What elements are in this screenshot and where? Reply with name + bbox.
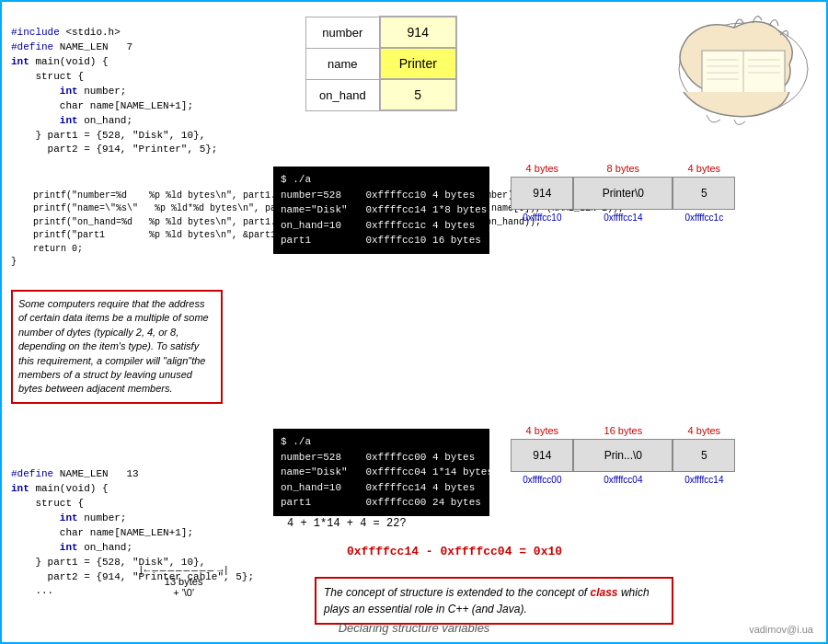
bytes-labels-1: 4 bytes 8 bytes 4 bytes xyxy=(511,163,735,174)
bytes-labels-2: 4 bytes 16 bytes 4 bytes xyxy=(511,425,735,436)
note-box: The concept of structure is extended to … xyxy=(315,577,673,625)
addr-labels-1: 0xffffcc10 0xffffcc14 0xffffcc1c xyxy=(511,213,735,223)
middle-section: $ ./a number=528 0xffffcc10 4 bytes name… xyxy=(273,163,807,254)
note-text: The concept of structure is extended to … xyxy=(324,586,650,615)
mem-cell-914b: 914 xyxy=(511,439,573,472)
sum-line: 4 + 1*14 + 4 = 22? xyxy=(287,517,407,530)
arrow-line: |←————————→| xyxy=(138,565,229,576)
addr-labels-2: 0xffffcc00 0xffffcc04 0xffffcc14 xyxy=(511,475,735,485)
page-title: Declaring structure variables xyxy=(339,621,490,635)
mem-cell-914: 914 xyxy=(511,177,573,210)
field-label-number: number xyxy=(306,17,380,48)
printf-code: printf("number=%d %p %ld bytes\n", part1… xyxy=(11,176,287,282)
field-value-name: Printer xyxy=(380,48,456,79)
book-sketch xyxy=(615,9,817,129)
struct-table-section: number 914 name Printer on_hand 5 xyxy=(287,16,453,111)
warning-text: Some computers require that the address … xyxy=(18,298,209,394)
arrow-label: 13 bytes+ '\0' xyxy=(138,576,229,598)
terminal2-section: $ ./a number=528 0xffffcc00 4 bytes name… xyxy=(273,425,807,516)
note-bold: class xyxy=(591,586,618,599)
terminal-1: $ ./a number=528 0xffffcc10 4 bytes name… xyxy=(273,167,489,254)
struct-table: number 914 name Printer on_hand 5 xyxy=(305,16,457,111)
illustration-area xyxy=(615,9,817,129)
arrow-annotation: |←————————→| 13 bytes+ '\0' xyxy=(138,565,229,598)
mem-cell-5a: 5 xyxy=(673,177,735,210)
top-code-section: #include <stdio.h> #define NAME_LEN 7 in… xyxy=(11,11,287,282)
mem-diagram-1: 4 bytes 8 bytes 4 bytes 914 Printer\0 5 … xyxy=(511,163,735,223)
field-label-onhand: on_hand xyxy=(306,79,380,110)
mem-boxes-2: 914 Prin...\0 5 xyxy=(511,439,735,472)
field-value-number: 914 xyxy=(380,17,456,48)
field-label-name: name xyxy=(306,48,380,79)
top-code: #include <stdio.h> #define NAME_LEN 7 in… xyxy=(11,11,287,172)
warning-box: Some computers require that the address … xyxy=(11,290,223,404)
field-value-onhand: 5 xyxy=(380,79,456,110)
author-label: vadimov@i.ua xyxy=(749,624,813,635)
terminal-2: $ ./a number=528 0xffffcc00 4 bytes name… xyxy=(273,429,489,516)
diff-line: 0xffffcc14 - 0xffffcc04 = 0x10 xyxy=(347,545,562,558)
mem-cell-prin: Prin...\0 xyxy=(573,439,673,472)
mem-boxes-1: 914 Printer\0 5 xyxy=(511,177,735,210)
mem-cell-printer: Printer\0 xyxy=(573,177,673,210)
mem-cell-5b: 5 xyxy=(673,439,735,472)
mem-diagram-2: 4 bytes 16 bytes 4 bytes 914 Prin...\0 5… xyxy=(511,425,735,485)
